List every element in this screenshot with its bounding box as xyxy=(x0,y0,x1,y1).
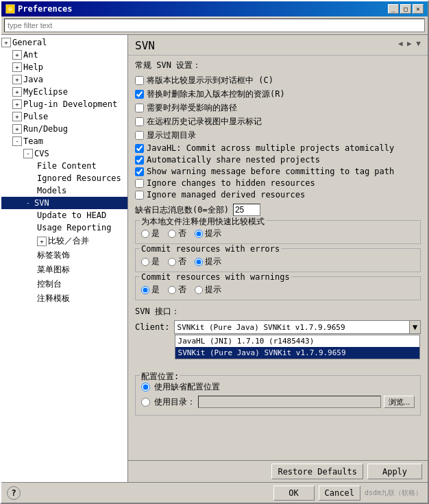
checkbox-4[interactable] xyxy=(135,117,144,126)
commit-errors-prompt: 提示 xyxy=(195,256,221,267)
sidebar-item-ant[interactable]: + Ant xyxy=(1,49,127,61)
checkbox-label-6: JavaHL: Commit across multiple projects … xyxy=(147,143,394,153)
dropdown-option-1[interactable]: JavaHL (JNI) 1.7.10 (r1485443) xyxy=(175,335,419,347)
expander-pulse[interactable]: + xyxy=(12,112,22,121)
log-count-label: 缺省日志消息数(0=全部) xyxy=(135,204,229,216)
sidebar-item-java[interactable]: + Java xyxy=(1,73,127,86)
checkbox-10[interactable] xyxy=(135,191,144,200)
preferences-window: ⚙ Preferences _ □ ✕ + General xyxy=(0,0,429,504)
radio-commit-warn-yes[interactable] xyxy=(141,286,149,294)
sidebar-item-pulse[interactable]: + Pulse xyxy=(1,110,127,123)
filter-input[interactable] xyxy=(4,19,425,32)
radio-quick-diff-yes[interactable] xyxy=(141,230,149,238)
sidebar-item-file-content[interactable]: File Content xyxy=(1,160,127,172)
quick-diff-option-yes: 是 xyxy=(141,228,160,239)
panel-title: SVN xyxy=(135,39,155,52)
sidebar-item-comment-template[interactable]: 注释模板 xyxy=(1,291,127,306)
restore-defaults-button[interactable]: Restore Defaults xyxy=(271,464,363,479)
sidebar-item-team[interactable]: - Team xyxy=(1,135,127,147)
sidebar-item-run-debug[interactable]: + Run/Debug xyxy=(1,123,127,135)
help-button[interactable]: ? xyxy=(7,486,21,500)
expander-myeclipse[interactable]: + xyxy=(12,87,22,97)
expander-plugin-dev[interactable]: + xyxy=(12,99,22,109)
radio-commit-err-no[interactable] xyxy=(168,258,176,266)
sidebar-item-label-decor[interactable]: 标签装饰 xyxy=(1,248,127,263)
dir-label: 使用目录： xyxy=(154,396,195,408)
expander-team[interactable]: - xyxy=(12,136,22,146)
checkbox-label-1: 将版本比较显示示到对话框中 (C) xyxy=(147,75,273,86)
checkbox-8[interactable] xyxy=(135,167,144,176)
panel-header: SVN ◀ ▶ ▼ xyxy=(128,35,428,56)
commit-errors-group: Commit resources with errors 是 否 提示 xyxy=(135,248,421,272)
sidebar-item-svn[interactable]: - SVN xyxy=(1,197,127,209)
sidebar-item-console[interactable]: 控制台 xyxy=(1,277,127,291)
sidebar-item-cvs[interactable]: - CVS xyxy=(1,147,127,160)
checkbox-9[interactable] xyxy=(135,179,144,188)
checkbox-6[interactable] xyxy=(135,144,144,153)
dir-input[interactable] xyxy=(198,396,381,408)
apply-button[interactable]: Apply xyxy=(367,464,422,479)
window-title: Preferences xyxy=(18,4,72,14)
radio-commit-err-yes[interactable] xyxy=(141,258,149,266)
radio-commit-err-prompt[interactable] xyxy=(195,258,203,266)
checkbox-label-2: 替换时删除未加入版本控制的资源(R) xyxy=(147,88,285,100)
expander-compare-merge[interactable]: + xyxy=(37,237,47,246)
sidebar-item-menu-icons[interactable]: 菜单图标 xyxy=(1,263,127,277)
sidebar-item-myeclipse[interactable]: + MyEclipse xyxy=(1,86,127,98)
checkbox-row-6: JavaHL: Commit across multiple projects … xyxy=(135,143,421,153)
expander-ant[interactable]: + xyxy=(12,50,22,60)
checkbox-5[interactable] xyxy=(135,131,144,140)
help-icon: ? xyxy=(11,488,16,498)
sidebar-item-help[interactable]: + Help xyxy=(1,61,127,73)
cancel-button[interactable]: Cancel xyxy=(319,485,360,501)
radio-config-dir[interactable] xyxy=(141,398,150,407)
log-count-input[interactable] xyxy=(233,204,260,216)
radio-commit-warn-no[interactable] xyxy=(168,286,176,294)
expander-java[interactable]: + xyxy=(12,75,22,84)
checkbox-1[interactable] xyxy=(135,76,144,85)
window-icon: ⚙ xyxy=(5,4,15,14)
expander-svn[interactable]: - xyxy=(23,198,33,208)
close-button[interactable]: ✕ xyxy=(413,4,424,14)
expander-general[interactable]: + xyxy=(1,38,11,47)
commit-warnings-group: Commit resources with warnings 是 否 提示 xyxy=(135,276,421,300)
footer: ? OK Cancel dsdm九联（软格） xyxy=(1,482,428,503)
commit-errors-yes: 是 xyxy=(141,256,160,267)
config-option-dir: 使用目录： 浏览... xyxy=(141,396,415,408)
checkbox-label-10: Ignore managed derived resources xyxy=(147,190,305,200)
radio-commit-warn-prompt[interactable] xyxy=(195,286,203,294)
checkbox-7[interactable] xyxy=(135,156,144,165)
sidebar-item-compare-merge[interactable]: + 比较／合并 xyxy=(1,234,127,248)
dropdown-value: SVNKit (Pure Java) SVNKit v1.7.9.9659 xyxy=(175,323,409,332)
maximize-button[interactable]: □ xyxy=(400,4,411,14)
commit-errors-options: 是 否 提示 xyxy=(141,252,415,267)
radio-config-default[interactable] xyxy=(141,383,150,392)
dropdown-arrow[interactable]: ▼ xyxy=(409,321,420,333)
sidebar-item-general[interactable]: + General xyxy=(1,36,127,49)
expander-help[interactable]: + xyxy=(12,62,22,72)
browse-button[interactable]: 浏览... xyxy=(384,396,415,408)
title-bar: ⚙ Preferences _ □ ✕ xyxy=(1,1,428,16)
client-dropdown[interactable]: SVNKit (Pure Java) SVNKit v1.7.9.9659 ▼ … xyxy=(174,320,421,334)
dropdown-list: JavaHL (JNI) 1.7.10 (r1485443) SVNKit (P… xyxy=(175,335,420,359)
sidebar-item-update-to-head[interactable]: Update to HEAD xyxy=(1,209,127,221)
checkbox-2[interactable] xyxy=(135,90,144,99)
expander-cvs[interactable]: - xyxy=(23,149,33,158)
sidebar-item-plugin-dev[interactable]: + Plug-in Development xyxy=(1,98,127,110)
radio-quick-diff-no[interactable] xyxy=(168,230,176,238)
checkbox-row-4: 在远程历史记录视图中显示标记 xyxy=(135,116,421,128)
sidebar-item-usage-reporting[interactable]: Usage Reporting xyxy=(1,221,127,234)
expander-run-debug[interactable]: + xyxy=(12,124,22,134)
checkbox-row-9: Ignore changes to hidden resources xyxy=(135,178,421,188)
checkbox-label-4: 在远程历史记录视图中显示标记 xyxy=(147,116,262,128)
sidebar-item-ignored-resources[interactable]: Ignored Resources xyxy=(1,172,127,184)
ok-button[interactable]: OK xyxy=(273,485,315,501)
dropdown-option-2[interactable]: SVNKit (Pure Java) SVNKit v1.7.9.9659 xyxy=(175,347,419,359)
commit-warnings-prompt: 提示 xyxy=(195,284,221,296)
minimize-button[interactable]: _ xyxy=(388,4,399,14)
commit-warnings-no: 否 xyxy=(168,284,186,296)
checkbox-3[interactable] xyxy=(135,104,144,112)
sidebar-item-models[interactable]: Models xyxy=(1,184,127,197)
radio-quick-diff-prompt[interactable] xyxy=(195,230,203,238)
svn-interface-section: SVN 接口： Client: SVNKit (Pure Java) SVNKi… xyxy=(135,306,421,334)
